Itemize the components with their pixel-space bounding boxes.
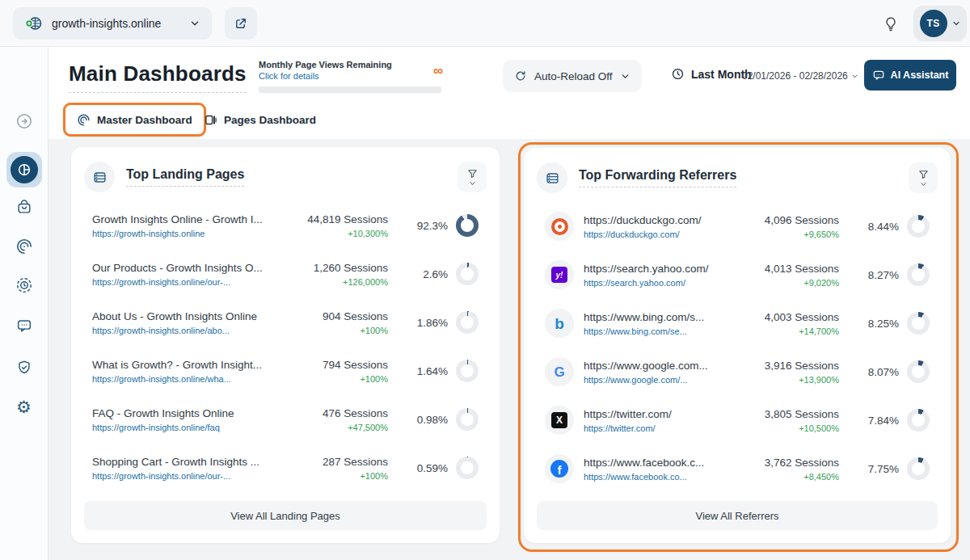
referrer-url-link[interactable]: https://www.facebook.co...: [584, 472, 732, 482]
donut-chart: [456, 360, 479, 382]
table-row[interactable]: What is Growth? - Growth Insight... http…: [92, 351, 479, 391]
referrer-title-link[interactable]: https://www.google.com...: [584, 360, 732, 372]
page-title-link[interactable]: Shopping Cart - Growth Insights ...: [92, 456, 281, 468]
donut-chart: [456, 408, 479, 431]
sidebar-item-ecommerce[interactable]: [15, 197, 34, 217]
table-row[interactable]: y! https://search.yahoo.com/ https://sea…: [545, 255, 930, 295]
table-row[interactable]: G https://www.google.com... https://www.…: [545, 352, 930, 392]
sidebar-item-privacy[interactable]: [15, 358, 34, 377]
referrer-url-link[interactable]: https://duckduckgo.com/: [584, 229, 732, 239]
top-forwarding-referrers-card: Top Forwarding Referrers https://duckduc…: [524, 148, 951, 543]
referrer-title-link[interactable]: https://www.bing.com/s...: [584, 311, 732, 323]
percent-value: 0.98%: [417, 414, 448, 426]
donut-chart: [907, 457, 930, 480]
tab-pages-label: Pages Dashboard: [224, 114, 316, 126]
pageviews-details-link[interactable]: Click for details: [259, 71, 441, 81]
page-url-link[interactable]: https://growth-insights.online/wha...: [92, 374, 281, 384]
referrer-title-link[interactable]: https://twitter.com/: [584, 408, 732, 420]
sidebar-collapse-toggle[interactable]: [10, 107, 39, 136]
view-all-landing-pages-button[interactable]: View All Landing Pages: [84, 501, 487, 530]
referrer-url-link[interactable]: https://twitter.com/: [584, 423, 732, 433]
page-url-link[interactable]: https://growth-insights.online/our-...: [92, 471, 281, 481]
avatar: TS: [920, 10, 947, 37]
referrer-title-link[interactable]: https://www.facebook.c...: [584, 457, 732, 469]
chevron-down-icon: [920, 182, 927, 187]
facebook-favicon: f: [545, 454, 574, 483]
referrer-title-link[interactable]: https://duckduckgo.com/: [584, 214, 732, 226]
external-link-icon: [234, 16, 248, 31]
table-row[interactable]: About Us - Growth Insights Online https:…: [92, 302, 479, 343]
card-title: Top Landing Pages: [126, 167, 244, 187]
percent-value: 1.64%: [417, 365, 448, 377]
card-header: Top Landing Pages: [71, 147, 500, 199]
ai-chat-icon: [872, 69, 885, 82]
pages-layout-icon: [204, 113, 217, 127]
spiral-icon: [15, 238, 33, 255]
tips-button[interactable]: [875, 9, 906, 40]
tab-master-dashboard[interactable]: Master Dashboard: [63, 103, 206, 137]
shopping-bag-icon: [15, 198, 33, 216]
page-title-link[interactable]: Growth Insights Online - Growth I...: [92, 213, 281, 225]
referrer-title-link[interactable]: https://search.yahoo.com/: [584, 263, 732, 275]
date-range-selector[interactable]: 02/01/2026 - 02/28/2026: [742, 70, 858, 82]
referrer-url-link[interactable]: https://www.bing.com/se...: [584, 326, 732, 336]
page-url-link[interactable]: https://growth-insights.online/abo...: [92, 326, 281, 335]
page-title: Main Dashboards: [69, 61, 247, 93]
page-title-link[interactable]: FAQ - Growth Insights Online: [92, 407, 281, 419]
percent-value: 8.07%: [868, 366, 899, 378]
referrer-url-link[interactable]: https://search.yahoo.com/: [584, 278, 732, 288]
session-clock-icon: [15, 276, 33, 294]
page-url-link[interactable]: https://growth-insights.online/our-...: [92, 277, 281, 287]
chat-bubble-icon: [15, 317, 33, 335]
page-title-link[interactable]: What is Growth? - Growth Insight...: [92, 359, 281, 371]
shield-check-icon: [15, 359, 33, 377]
dashboard-content: Top Landing Pages Growth Insights Online…: [48, 139, 970, 560]
table-row[interactable]: https://duckduckgo.com/ https://duckduck…: [545, 206, 930, 246]
donut-chart: [456, 457, 479, 479]
sidebar-item-behavior[interactable]: [15, 237, 34, 256]
page-url-link[interactable]: https://growth-insights.online: [92, 229, 281, 238]
table-row[interactable]: X https://twitter.com/ https://twitter.c…: [545, 400, 930, 440]
chevron-down-icon: [851, 73, 858, 80]
percent-value: 8.25%: [868, 318, 899, 330]
duckduckgo-favicon: [545, 212, 574, 241]
change-badge: +9,650%: [732, 229, 839, 239]
table-row[interactable]: f https://www.facebook.c... https://www.…: [545, 448, 930, 489]
ai-assistant-button[interactable]: AI Assistant: [864, 60, 956, 91]
change-badge: +10,500%: [732, 423, 839, 433]
sidebar-item-settings[interactable]: ⚙: [15, 397, 34, 416]
pageviews-remaining-label: Monthly Page Views Remaining: [259, 60, 441, 69]
period-selector[interactable]: Last Month: [671, 67, 752, 81]
sidebar-item-session-recordings[interactable]: [15, 276, 34, 295]
page-title-link[interactable]: About Us - Growth Insights Online: [92, 310, 281, 322]
table-row[interactable]: Growth Insights Online - Growth I... htt…: [92, 205, 479, 246]
open-website-button[interactable]: [225, 7, 257, 40]
website-selector[interactable]: growth-insights.online: [13, 7, 212, 40]
filter-button[interactable]: [909, 162, 938, 193]
filter-button[interactable]: [458, 162, 487, 192]
spiral-icon: [77, 113, 91, 127]
table-row[interactable]: b https://www.bing.com/s... https://www.…: [545, 303, 930, 343]
sidebar-item-dashboards[interactable]: [6, 152, 42, 187]
referrer-url-link[interactable]: https://www.google.com/...: [584, 375, 732, 385]
sidebar-item-communication[interactable]: [15, 316, 34, 335]
table-row[interactable]: Our Products - Growth Insights O... http…: [92, 254, 479, 294]
view-all-referrers-button[interactable]: View All Referrers: [537, 501, 938, 530]
tab-pages-dashboard[interactable]: Pages Dashboard: [204, 107, 316, 132]
sessions-value: 287 Sessions: [281, 456, 388, 468]
change-badge: +8,450%: [732, 472, 839, 482]
page-url-link[interactable]: https://growth-insights.online/faq: [92, 423, 281, 432]
table-row[interactable]: Shopping Cart - Growth Insights ... http…: [92, 448, 479, 488]
change-badge: +13,900%: [732, 375, 839, 385]
percent-value: 7.75%: [868, 463, 899, 475]
change-badge: +14,700%: [732, 326, 839, 336]
user-menu[interactable]: TS: [913, 6, 967, 41]
tab-master-label: Master Dashboard: [97, 114, 192, 126]
percent-value: 8.27%: [868, 269, 899, 281]
table-row[interactable]: FAQ - Growth Insights Online https://gro…: [92, 399, 479, 440]
auto-reload-dropdown[interactable]: Auto-Reload Off: [503, 60, 642, 92]
change-badge: +100%: [281, 326, 388, 335]
date-range-value: 02/01/2026 - 02/28/2026: [742, 70, 848, 82]
page-title-link[interactable]: Our Products - Growth Insights O...: [92, 262, 281, 274]
funnel-icon: [466, 168, 479, 180]
